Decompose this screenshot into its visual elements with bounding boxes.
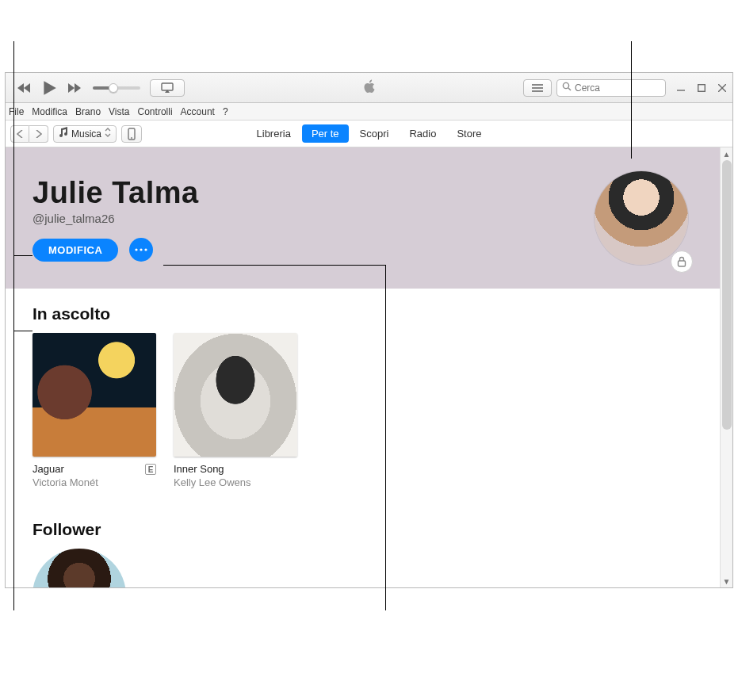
- main-tabs: Libreria Per te Scopri Radio Store: [247, 124, 491, 143]
- listening-title: In ascolto: [33, 304, 693, 323]
- section-listening: In ascolto Jaguar Victoria Monét E: [6, 289, 720, 496]
- scroll-down-button[interactable]: ▼: [721, 575, 732, 587]
- album-card[interactable]: Inner Song Kelly Lee Owens: [174, 333, 297, 490]
- tab-discover[interactable]: Scopri: [350, 124, 399, 143]
- menu-song[interactable]: Brano: [75, 106, 101, 117]
- tab-for-you[interactable]: Per te: [302, 124, 349, 143]
- explicit-badge: E: [145, 464, 156, 475]
- edit-profile-button[interactable]: MODIFICA: [33, 239, 118, 262]
- titlebar-right: [523, 73, 728, 102]
- album-artist: Victoria Monét: [33, 476, 156, 490]
- svg-rect-15: [679, 261, 686, 266]
- close-button[interactable]: [717, 84, 728, 92]
- play-button[interactable]: [37, 76, 61, 100]
- player-controls: [6, 76, 185, 100]
- album-art: [33, 333, 156, 457]
- content-body: Julie Talma @julie_talma26 MODIFICA In a…: [6, 147, 732, 587]
- search-icon: [562, 82, 572, 94]
- menu-account[interactable]: Account: [181, 106, 215, 117]
- media-type-selector[interactable]: Musica: [53, 125, 117, 143]
- menubar: File Modifica Brano Vista Controlli Acco…: [6, 103, 732, 120]
- scroll-up-button[interactable]: ▲: [721, 147, 732, 160]
- queue-button[interactable]: [523, 79, 552, 97]
- tab-store[interactable]: Store: [447, 124, 491, 143]
- svg-point-14: [145, 248, 147, 251]
- menu-controls[interactable]: Controlli: [138, 106, 173, 117]
- profile-actions: MODIFICA: [33, 238, 693, 262]
- svg-rect-0: [162, 83, 173, 90]
- album-art: [174, 333, 297, 457]
- menu-help[interactable]: ?: [223, 106, 228, 117]
- minimize-button[interactable]: [675, 84, 686, 92]
- callout-line: [385, 265, 386, 610]
- follower-avatar[interactable]: [33, 549, 126, 587]
- vertical-scrollbar[interactable]: ▲ ▼: [720, 147, 732, 587]
- media-type-label: Musica: [71, 128, 101, 140]
- menu-view[interactable]: Vista: [109, 106, 129, 117]
- album-row: Jaguar Victoria Monét E Inner Song Kelly…: [33, 333, 693, 490]
- svg-point-13: [140, 248, 143, 251]
- svg-line-5: [568, 88, 571, 90]
- search-box[interactable]: [556, 79, 666, 97]
- next-button[interactable]: [64, 78, 85, 98]
- callout-line: [163, 265, 385, 266]
- menu-edit[interactable]: Modifica: [32, 106, 67, 117]
- more-button[interactable]: [129, 238, 153, 262]
- chevron-updown-icon: [105, 128, 111, 140]
- forward-button[interactable]: [29, 125, 48, 143]
- titlebar: [6, 73, 732, 103]
- album-title: Inner Song: [174, 463, 297, 476]
- music-note-icon: [59, 127, 68, 140]
- apple-logo-icon: [362, 78, 377, 98]
- menu-file[interactable]: File: [9, 106, 24, 117]
- section-follower: Follower: [6, 509, 720, 587]
- callout-line: [13, 41, 14, 610]
- profile-name: Julie Talma: [33, 176, 693, 210]
- svg-point-4: [563, 82, 568, 88]
- previous-button[interactable]: [13, 78, 34, 98]
- svg-point-11: [131, 137, 132, 139]
- tab-radio[interactable]: Radio: [400, 124, 445, 143]
- album-card[interactable]: Jaguar Victoria Monét E: [33, 333, 156, 490]
- svg-rect-7: [698, 84, 705, 91]
- scroll-thumb[interactable]: [722, 160, 732, 430]
- profile-avatar[interactable]: [595, 171, 688, 265]
- volume-slider[interactable]: [93, 86, 140, 90]
- window-controls: [675, 84, 728, 92]
- callout-line: [13, 331, 33, 331]
- tab-library[interactable]: Libreria: [247, 124, 300, 143]
- album-artist: Kelly Lee Owens: [174, 476, 297, 490]
- profile-header: Julie Talma @julie_talma26 MODIFICA: [6, 147, 720, 289]
- toolbar: Musica Libreria Per te Scopri Radio Stor…: [6, 120, 732, 147]
- follower-title: Follower: [33, 520, 693, 539]
- airplay-button[interactable]: [150, 79, 185, 97]
- album-title: Jaguar: [33, 463, 156, 476]
- content: Julie Talma @julie_talma26 MODIFICA In a…: [6, 147, 720, 587]
- maximize-button[interactable]: [696, 84, 707, 92]
- app-window: File Modifica Brano Vista Controlli Acco…: [5, 72, 733, 588]
- callout-line: [13, 255, 33, 256]
- privacy-lock-badge: [671, 251, 693, 273]
- device-button[interactable]: [121, 125, 142, 143]
- callout-line: [631, 41, 632, 159]
- nav-back-forward: [10, 125, 48, 143]
- svg-point-12: [136, 248, 138, 251]
